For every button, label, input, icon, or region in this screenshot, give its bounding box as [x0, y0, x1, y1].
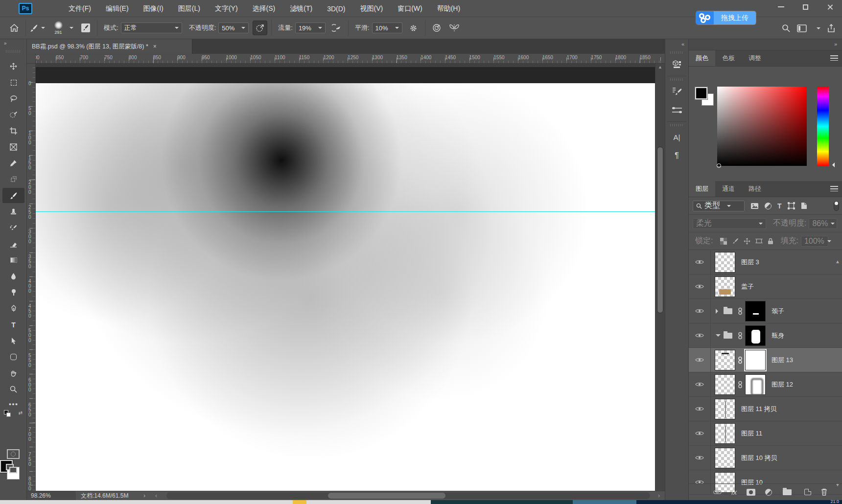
new-group-button[interactable]: [782, 489, 795, 495]
layer-row[interactable]: 图层 11: [689, 421, 842, 446]
menu-3d[interactable]: 3D(D): [327, 5, 345, 13]
home-button[interactable]: [7, 21, 22, 35]
group-expand-icon[interactable]: [716, 309, 721, 314]
document-tab[interactable]: BB霜.psd @ 98.3% (图层 13, 图层蒙版/8) * ×: [27, 39, 192, 54]
menu-window[interactable]: 窗口(W): [398, 4, 422, 13]
scroll-right-icon[interactable]: ›: [658, 491, 660, 500]
brushes-panel-button[interactable]: [665, 101, 688, 119]
healing-tool[interactable]: [2, 172, 24, 187]
menu-help[interactable]: 帮助(H): [437, 4, 460, 13]
dock-grip[interactable]: [670, 124, 683, 126]
panels-collapse-button[interactable]: »: [689, 39, 842, 50]
scrollbar-thumb[interactable]: [657, 147, 663, 313]
menu-filter[interactable]: 滤镜(T): [290, 4, 312, 13]
toolbar-grip[interactable]: [6, 50, 21, 53]
layer-thumbnail[interactable]: [715, 252, 735, 273]
layer-thumbnail[interactable]: [715, 399, 735, 419]
layer-name[interactable]: 图层 12: [772, 380, 793, 389]
mask-link-icon[interactable]: [738, 307, 743, 315]
tab-paths[interactable]: 路径: [742, 181, 768, 197]
fill-input[interactable]: 100%: [801, 236, 828, 247]
layer-blend-mode-select[interactable]: 柔光: [693, 218, 766, 229]
ruler-horizontal[interactable]: 6006507007508008509009501000105011001150…: [36, 54, 665, 64]
layer-style-button[interactable]: fx: [731, 488, 737, 496]
canvas-horizontal-scrollbar[interactable]: [166, 492, 650, 499]
lock-transparent-pixels-button[interactable]: [720, 238, 727, 245]
menu-file[interactable]: 文件(F): [69, 4, 91, 13]
link-layers-button[interactable]: [713, 490, 722, 495]
marquee-tool[interactable]: [2, 75, 24, 90]
smoothing-input[interactable]: 10%: [372, 23, 402, 33]
menu-layer[interactable]: 图层(L): [178, 4, 200, 13]
pressure-size-button[interactable]: [429, 21, 444, 35]
dock-collapse-button[interactable]: «: [665, 39, 688, 50]
layer-name[interactable]: 图层 13: [772, 356, 793, 365]
mask-link-icon[interactable]: [738, 332, 743, 340]
delete-layer-button[interactable]: [821, 488, 827, 496]
tab-adjustments[interactable]: 调整: [742, 50, 768, 66]
crop-tool[interactable]: [2, 123, 24, 138]
lock-position-button[interactable]: [744, 238, 750, 245]
taskbar-app-icon[interactable]: [573, 500, 636, 504]
drag-upload-button[interactable]: 拖拽上传: [696, 11, 756, 24]
layer-name[interactable]: 图层 10 拷贝: [741, 454, 777, 462]
tab-swatches[interactable]: 色板: [715, 50, 742, 66]
layer-row[interactable]: 图层 10 拷贝: [689, 446, 842, 470]
object-selection-tool[interactable]: [2, 107, 24, 122]
default-swap-colors[interactable]: ⇄: [3, 410, 23, 417]
visibility-toggle[interactable]: [689, 250, 711, 274]
menu-select[interactable]: 选择(S): [253, 4, 276, 13]
paint-symmetry-button[interactable]: [447, 21, 462, 35]
shape-tool[interactable]: [2, 349, 24, 365]
layer-mask-thumbnail[interactable]: [745, 301, 766, 321]
search-icon[interactable]: [782, 24, 790, 32]
path-selection-tool[interactable]: [2, 333, 24, 348]
layer-filter-type-select[interactable]: 类型: [693, 201, 745, 211]
tab-close-icon[interactable]: ×: [153, 43, 157, 50]
layer-name[interactable]: 盖子: [741, 282, 754, 291]
layer-row[interactable]: 图层 11 拷贝: [689, 397, 842, 421]
visibility-toggle[interactable]: [689, 421, 711, 445]
new-layer-button[interactable]: [804, 489, 811, 495]
brush-settings-panel-button[interactable]: [665, 82, 688, 101]
panel-menu-icon[interactable]: [830, 186, 838, 191]
layer-row[interactable]: 图层 3 ▲: [689, 250, 842, 275]
visibility-toggle[interactable]: [689, 323, 711, 347]
filter-smart-objects-button[interactable]: [801, 202, 807, 209]
brush-tool-selected[interactable]: [2, 188, 24, 203]
dock-grip[interactable]: [670, 78, 683, 81]
list-scroll-up-icon[interactable]: ▲: [835, 259, 840, 264]
workspace-switcher-icon[interactable]: [797, 24, 807, 32]
tab-channels[interactable]: 通道: [715, 181, 742, 197]
zoom-level-field[interactable]: 98.26%: [27, 491, 76, 501]
lasso-tool[interactable]: [2, 91, 24, 106]
visibility-toggle[interactable]: [689, 446, 711, 470]
clone-stamp-tool[interactable]: [2, 204, 24, 219]
layer-thumbnail[interactable]: [715, 350, 735, 370]
visibility-toggle[interactable]: [689, 275, 711, 298]
pressure-opacity-button[interactable]: [253, 21, 267, 35]
saturation-brightness-field[interactable]: [717, 87, 807, 166]
layer-thumbnail[interactable]: [715, 374, 735, 395]
mask-link-icon[interactable]: [738, 381, 743, 389]
group-collapse-icon[interactable]: [716, 334, 721, 339]
lock-artboard-button[interactable]: [755, 238, 763, 244]
flow-input[interactable]: 19%: [295, 23, 326, 33]
color-picker-circle-icon[interactable]: [717, 163, 721, 168]
layer-group-row[interactable]: 颈子: [689, 299, 842, 323]
visibility-toggle[interactable]: [689, 397, 711, 421]
properties-panel-button[interactable]: [665, 55, 688, 74]
scrollbar-thumb[interactable]: [328, 493, 445, 499]
panel-menu-icon[interactable]: [830, 55, 838, 61]
status-popup-arrow[interactable]: ›: [143, 491, 145, 500]
scroll-left-icon[interactable]: ‹: [155, 491, 157, 500]
mask-link-icon[interactable]: [738, 356, 743, 364]
layer-thumbnail[interactable]: [715, 276, 735, 297]
layer-row[interactable]: 盖子: [689, 275, 842, 299]
type-tool[interactable]: T: [2, 317, 24, 332]
eyedropper-tool[interactable]: [2, 156, 24, 171]
ruler-vertical[interactable]: 0501001502002503003504004505005506006507…: [27, 64, 36, 491]
layer-name[interactable]: 瓶身: [772, 331, 784, 340]
dodge-tool[interactable]: [2, 285, 24, 300]
visibility-toggle[interactable]: [689, 299, 711, 323]
